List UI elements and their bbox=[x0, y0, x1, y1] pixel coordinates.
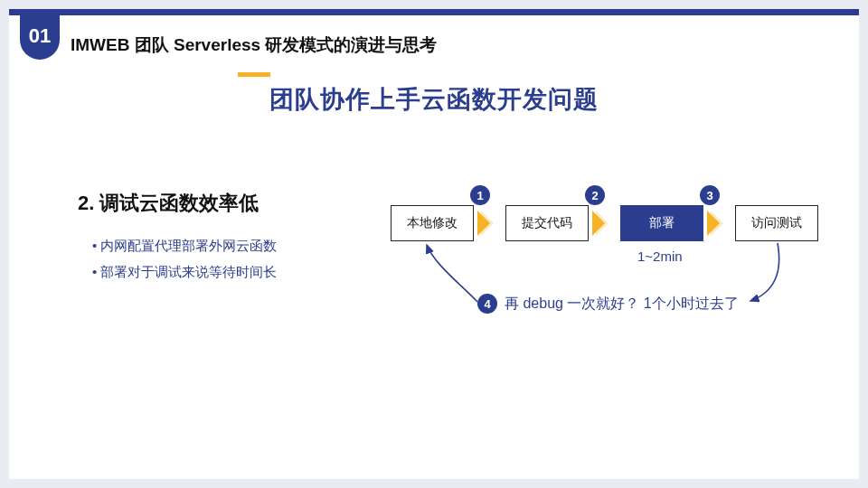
feedback-text: 再 debug 一次就好？ 1个小时过去了 bbox=[505, 295, 739, 314]
breadcrumb: IMWEB 团队 Serverless 研发模式的演进与思考 bbox=[71, 33, 437, 57]
pipeline-diagram: 1 2 3 本地修改 提交代码 部署 访问测试 1~2min 4 再 debug… bbox=[371, 178, 823, 341]
bullet-list: 内网配置代理部署外网云函数 部署对于调试来说等待时间长 bbox=[92, 232, 277, 286]
step-badge-4: 4 bbox=[477, 294, 497, 314]
accent-bar bbox=[238, 72, 270, 77]
section-heading: 2. 调试云函数效率低 bbox=[78, 190, 259, 217]
feedback-caption: 4 再 debug 一次就好？ 1个小时过去了 bbox=[477, 294, 739, 314]
page-title: 团队协作上手云函数开发问题 bbox=[9, 83, 859, 116]
section-number-tab: 01 bbox=[20, 13, 60, 60]
list-item: 部署对于调试来说等待时间长 bbox=[92, 258, 277, 285]
list-item: 内网配置代理部署外网云函数 bbox=[92, 232, 277, 258]
slide: 01 IMWEB 团队 Serverless 研发模式的演进与思考 团队协作上手… bbox=[9, 9, 859, 479]
